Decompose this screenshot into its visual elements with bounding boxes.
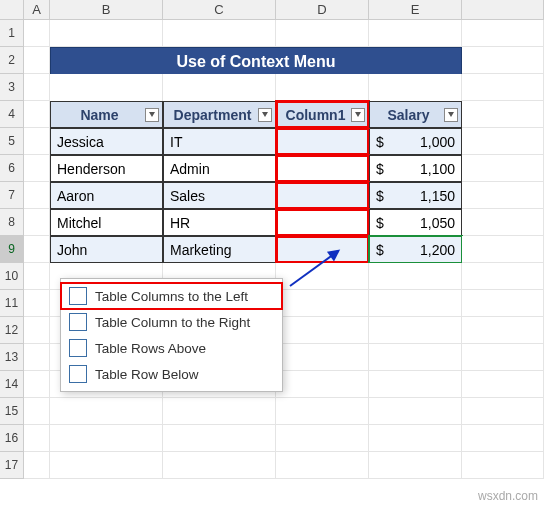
table-header-column1[interactable]: Column1 <box>276 101 369 128</box>
cell[interactable] <box>462 263 544 290</box>
cell[interactable] <box>24 74 50 101</box>
cell[interactable] <box>163 452 276 479</box>
cell[interactable] <box>24 290 50 317</box>
cell[interactable] <box>50 74 163 101</box>
cell[interactable] <box>462 47 544 74</box>
cell[interactable] <box>50 398 163 425</box>
cell[interactable] <box>163 425 276 452</box>
cell[interactable] <box>369 263 462 290</box>
cell[interactable] <box>462 344 544 371</box>
cell[interactable] <box>24 425 50 452</box>
row-header-11[interactable]: 11 <box>0 290 24 317</box>
filter-dropdown-icon[interactable] <box>145 108 159 122</box>
menu-item-rows-above[interactable]: Table Rows Above <box>61 335 282 361</box>
table-header-salary[interactable]: Salary <box>369 101 462 128</box>
cell[interactable] <box>163 74 276 101</box>
cell[interactable] <box>276 290 369 317</box>
cell[interactable] <box>276 344 369 371</box>
cell[interactable] <box>369 74 462 101</box>
row-header-2[interactable]: 2 <box>0 47 24 74</box>
row-header-9[interactable]: 9 <box>0 236 24 263</box>
table-cell-name[interactable]: John <box>50 236 163 263</box>
cell[interactable] <box>369 317 462 344</box>
cell[interactable] <box>24 452 50 479</box>
cell[interactable] <box>276 398 369 425</box>
table-cell-col1[interactable] <box>276 236 369 263</box>
filter-dropdown-icon[interactable] <box>258 108 272 122</box>
cell[interactable] <box>462 425 544 452</box>
table-cell-salary[interactable]: $1,000 <box>369 128 462 155</box>
table-cell-salary-active[interactable]: $1,200 <box>369 236 462 263</box>
col-header-C[interactable]: C <box>163 0 276 20</box>
col-header-A[interactable]: A <box>24 0 50 20</box>
cell[interactable] <box>369 398 462 425</box>
table-cell-col1[interactable] <box>276 128 369 155</box>
table-cell-salary[interactable]: $1,050 <box>369 209 462 236</box>
menu-item-columns-left[interactable]: Table Columns to the Left <box>61 283 282 309</box>
col-header-D[interactable]: D <box>276 0 369 20</box>
table-cell-dept[interactable]: Sales <box>163 182 276 209</box>
filter-dropdown-icon[interactable] <box>444 108 458 122</box>
table-header-name[interactable]: Name <box>50 101 163 128</box>
cell[interactable] <box>276 317 369 344</box>
row-header-10[interactable]: 10 <box>0 263 24 290</box>
cell[interactable] <box>276 74 369 101</box>
cell[interactable] <box>24 155 50 182</box>
table-cell-dept[interactable]: Admin <box>163 155 276 182</box>
cell[interactable] <box>462 371 544 398</box>
cell[interactable] <box>24 128 50 155</box>
cell[interactable] <box>462 128 544 155</box>
row-header-14[interactable]: 14 <box>0 371 24 398</box>
cell[interactable] <box>24 101 50 128</box>
cell[interactable] <box>163 20 276 47</box>
table-cell-salary[interactable]: $1,150 <box>369 182 462 209</box>
cell[interactable] <box>369 290 462 317</box>
table-cell-dept[interactable]: Marketing <box>163 236 276 263</box>
cell[interactable] <box>24 263 50 290</box>
cell[interactable] <box>24 47 50 74</box>
row-header-6[interactable]: 6 <box>0 155 24 182</box>
cell[interactable] <box>462 209 544 236</box>
cell[interactable] <box>369 20 462 47</box>
cell[interactable] <box>462 74 544 101</box>
table-cell-col1[interactable] <box>276 182 369 209</box>
cell[interactable] <box>50 452 163 479</box>
table-header-department[interactable]: Department <box>163 101 276 128</box>
table-cell-col1[interactable] <box>276 209 369 236</box>
row-header-7[interactable]: 7 <box>0 182 24 209</box>
cell[interactable] <box>24 236 50 263</box>
cell[interactable] <box>462 101 544 128</box>
cell[interactable] <box>163 398 276 425</box>
cell[interactable] <box>462 182 544 209</box>
col-header-B[interactable]: B <box>50 0 163 20</box>
table-cell-dept[interactable]: IT <box>163 128 276 155</box>
row-header-5[interactable]: 5 <box>0 128 24 155</box>
table-cell-dept[interactable]: HR <box>163 209 276 236</box>
cell[interactable] <box>276 20 369 47</box>
cell[interactable] <box>369 425 462 452</box>
table-cell-name[interactable]: Henderson <box>50 155 163 182</box>
cell[interactable] <box>24 398 50 425</box>
row-header-4[interactable]: 4 <box>0 101 24 128</box>
cell[interactable] <box>276 452 369 479</box>
cell[interactable] <box>24 371 50 398</box>
row-header-17[interactable]: 17 <box>0 452 24 479</box>
cell[interactable] <box>276 425 369 452</box>
table-cell-salary[interactable]: $1,100 <box>369 155 462 182</box>
cell[interactable] <box>462 452 544 479</box>
col-header-blank[interactable] <box>462 0 544 20</box>
cell[interactable] <box>276 371 369 398</box>
filter-dropdown-icon[interactable] <box>351 108 365 122</box>
cell[interactable] <box>462 290 544 317</box>
table-cell-col1[interactable] <box>276 155 369 182</box>
select-all-corner[interactable] <box>0 0 24 20</box>
cell[interactable] <box>369 371 462 398</box>
cell[interactable] <box>462 155 544 182</box>
row-header-3[interactable]: 3 <box>0 74 24 101</box>
cell[interactable] <box>462 236 544 263</box>
row-header-1[interactable]: 1 <box>0 20 24 47</box>
cell[interactable] <box>24 20 50 47</box>
cell[interactable] <box>462 20 544 47</box>
cell[interactable] <box>24 209 50 236</box>
cell[interactable] <box>462 317 544 344</box>
